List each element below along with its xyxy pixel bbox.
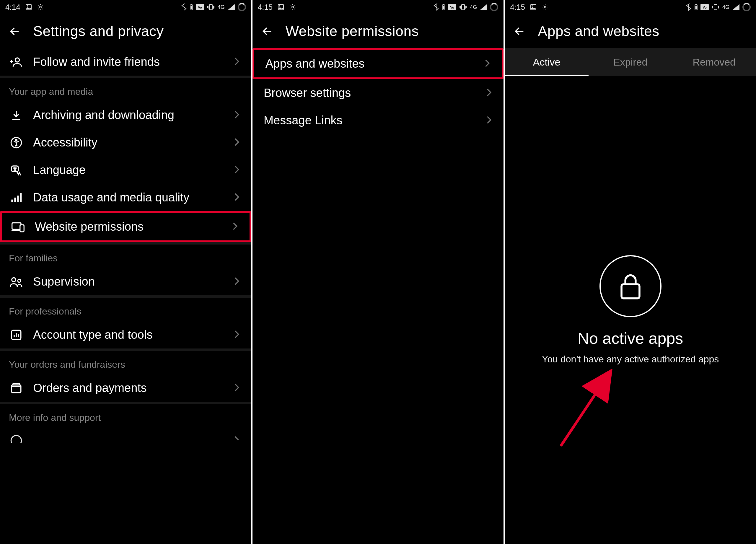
chevron-right-icon [234, 383, 242, 393]
svg-rect-37 [695, 4, 697, 5]
divider [0, 348, 251, 351]
tab-removed[interactable]: Removed [672, 48, 756, 76]
page-header: Settings and privacy [0, 14, 251, 48]
volte-icon: Vo [196, 4, 204, 10]
svg-rect-38 [695, 6, 697, 9]
network-4g-label: 4G [722, 4, 729, 10]
row-supervision[interactable]: Supervision [0, 268, 251, 295]
lock-circle-icon [599, 255, 661, 317]
accessibility-icon [9, 136, 24, 149]
chevron-right-icon [234, 165, 242, 175]
svg-rect-13 [11, 199, 13, 202]
loading-spinner-icon [742, 3, 751, 11]
row-label: Browser settings [264, 86, 477, 100]
picture-icon [530, 4, 537, 11]
gear-icon [289, 4, 296, 11]
signal-icon [732, 4, 739, 10]
empty-state: No active apps You don't have any active… [505, 76, 756, 544]
chevron-right-icon [232, 222, 241, 232]
svg-rect-18 [20, 225, 24, 232]
row-account-tools[interactable]: Account type and tools [0, 321, 251, 348]
wallet-icon [9, 382, 24, 394]
svg-rect-32 [462, 4, 465, 10]
add-friend-icon [9, 56, 24, 68]
chevron-right-icon [234, 138, 242, 147]
battery-small-icon [442, 4, 445, 10]
battery-small-icon [695, 4, 698, 10]
row-label: Language [33, 163, 224, 177]
status-bar: 4:14 Vo 4G [0, 0, 251, 14]
section-professionals: For professionals [0, 298, 251, 321]
row-follow-invite[interactable]: Follow and invite friends [0, 48, 251, 76]
page-title: Website permissions [286, 23, 419, 39]
row-label: Orders and payments [33, 381, 224, 395]
download-icon [9, 109, 24, 121]
svg-point-26 [292, 6, 294, 8]
vibrate-icon [459, 4, 467, 10]
svg-point-1 [27, 5, 28, 6]
section-families: For families [0, 245, 251, 268]
loading-spinner-icon [238, 3, 246, 11]
people-icon [9, 276, 24, 288]
row-label: Data usage and media quality [33, 191, 224, 204]
row-label: Supervision [33, 275, 224, 288]
row-language[interactable]: Language [0, 156, 251, 184]
row-browser-settings[interactable]: Browser settings [252, 79, 504, 107]
svg-rect-16 [20, 193, 22, 202]
row-accessibility[interactable]: Accessibility [0, 129, 251, 156]
row-label: Message Links [264, 114, 477, 127]
tabs: Active Expired Removed [505, 48, 756, 76]
arrow-left-icon [514, 25, 525, 37]
row-message-links[interactable]: Message Links [252, 107, 504, 134]
page-title: Settings and privacy [33, 23, 164, 39]
chevron-right-icon [234, 57, 242, 67]
svg-point-34 [532, 5, 533, 6]
svg-point-23 [11, 436, 22, 443]
divider [0, 295, 251, 298]
row-archiving[interactable]: Archiving and downloading [0, 101, 251, 129]
battery-small-icon [190, 4, 193, 10]
row-label: Website permissions [35, 220, 222, 233]
help-icon [9, 434, 24, 443]
row-label: Archiving and downloading [33, 108, 224, 122]
picture-icon [277, 4, 284, 11]
row-website-permissions[interactable]: Website permissions [0, 211, 251, 242]
back-button[interactable] [8, 25, 21, 38]
signal-icon [228, 4, 235, 10]
chevron-right-icon [484, 59, 493, 69]
page-title: Apps and websites [538, 23, 659, 39]
row-apps-websites[interactable]: Apps and websites [252, 48, 504, 79]
divider [0, 76, 251, 78]
back-button[interactable] [513, 25, 526, 38]
arrow-left-icon [261, 25, 273, 37]
empty-title: No active apps [578, 329, 683, 347]
row-label: Follow and invite friends [33, 55, 224, 69]
tab-expired[interactable]: Expired [589, 48, 672, 76]
gear-icon [542, 4, 549, 11]
svg-point-20 [18, 279, 21, 282]
row-data-usage[interactable]: Data usage and media quality [0, 184, 251, 211]
screen-settings: 4:14 Vo 4G Settings and privacy Follow a… [0, 0, 251, 544]
row-label: Accessibility [33, 136, 224, 149]
svg-text:Vo: Vo [703, 6, 707, 9]
status-time: 4:14 [5, 3, 20, 12]
chevron-right-icon [234, 110, 242, 120]
language-icon [9, 164, 24, 176]
section-more-info: More info and support [0, 404, 251, 427]
tab-active[interactable]: Active [505, 48, 589, 76]
row-label: Apps and websites [265, 57, 475, 70]
chart-box-icon [9, 329, 24, 341]
svg-point-19 [12, 278, 16, 282]
back-button[interactable] [261, 25, 274, 38]
svg-point-35 [544, 6, 546, 8]
row-label: Account type and tools [33, 328, 224, 341]
svg-rect-41 [714, 4, 717, 10]
row-orders-payments[interactable]: Orders and payments [0, 374, 251, 402]
signal-icon [480, 4, 487, 10]
screen-website-permissions: 4:15 Vo 4G Website permissions Apps and … [252, 0, 504, 544]
chevron-right-icon [234, 193, 242, 202]
chevron-right-icon [234, 436, 242, 442]
volte-icon: Vo [700, 4, 709, 10]
row-more-item[interactable] [0, 427, 251, 443]
svg-text:Vo: Vo [198, 6, 202, 9]
